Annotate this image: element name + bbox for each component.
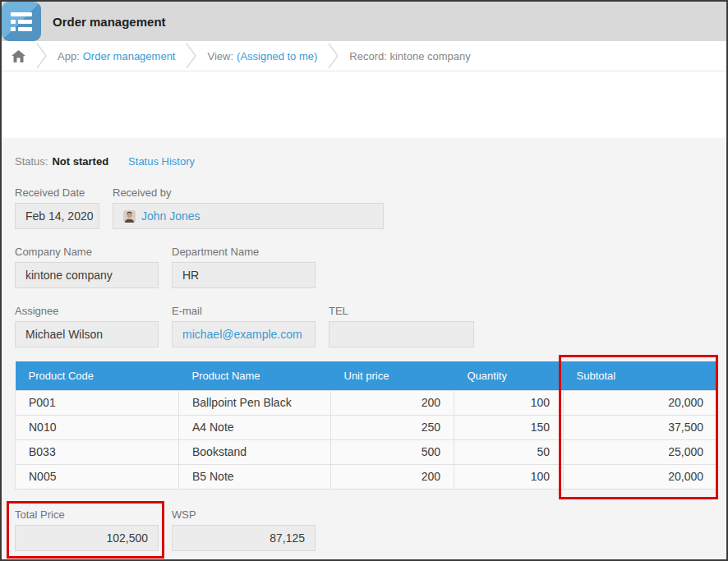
home-icon[interactable] — [12, 50, 25, 62]
column-header-subtotal: Subtotal — [564, 361, 717, 390]
total-price-value: 102,500 — [15, 525, 159, 551]
cell-quantity: 50 — [454, 439, 564, 464]
field-tel: TEL — [329, 305, 474, 347]
cell-unit-price: 200 — [331, 390, 454, 415]
field-label: Received Date — [15, 186, 99, 200]
cell-unit-price: 200 — [331, 464, 454, 489]
cell-product-code: N005 — [16, 464, 179, 489]
user-avatar — [123, 210, 136, 223]
chevron-separator-icon — [328, 43, 339, 69]
field-label: TEL — [329, 305, 474, 318]
field-email: E-mail michael@example.com — [172, 305, 316, 347]
chevron-separator-icon — [36, 43, 47, 69]
cell-unit-price: 500 — [331, 439, 454, 464]
field-label: Received by — [113, 186, 384, 200]
field-label: Assignee — [15, 305, 159, 318]
breadcrumb-view-prefix: View: — [207, 50, 233, 62]
field-label: Company Name — [15, 246, 159, 259]
toolbar-spacer — [2, 71, 726, 138]
breadcrumb-record: Record: kintone company — [349, 50, 470, 62]
field-row: Company Name kintone company Department … — [15, 246, 713, 288]
status-value: Not started — [52, 155, 108, 168]
field-company-name: Company Name kintone company — [15, 246, 159, 288]
field-department-name: Department Name HR — [172, 246, 316, 288]
cell-product-name: Bookstand — [179, 439, 331, 464]
received-by-user-link[interactable]: John Jones — [141, 204, 200, 228]
table-header-row: Product Code Product Name Unit price Qua… — [16, 361, 717, 390]
assignee-value: Michael Wilson — [15, 321, 159, 347]
field-row: Assignee Michael Wilson E-mail michael@e… — [15, 305, 713, 347]
breadcrumb-app-link[interactable]: Order management — [83, 50, 176, 62]
breadcrumb-app: App: Order management — [58, 50, 175, 62]
cell-product-name: B5 Note — [179, 464, 331, 489]
field-label: Total Price — [15, 508, 159, 522]
received-by-value: John Jones — [113, 203, 384, 229]
breadcrumb-view: View: (Assigned to me) — [207, 50, 317, 62]
cell-product-code: B033 — [16, 439, 179, 464]
field-received-by: Received by John Jones — [113, 186, 384, 229]
status-history-link[interactable]: Status History — [128, 155, 195, 168]
field-row: Received Date Feb 14, 2020 Received by J… — [15, 186, 713, 229]
cell-product-name: Ballpoint Pen Black — [179, 390, 331, 415]
company-name-value: kintone company — [15, 262, 159, 288]
table-row: N005 B5 Note 200 100 20,000 — [16, 464, 717, 489]
field-label: WSP — [172, 508, 316, 522]
app-icon-bar — [18, 20, 32, 24]
field-wsp: WSP 87,125 — [172, 508, 316, 551]
cell-subtotal: 20,000 — [564, 390, 717, 415]
status-row: Status: Not started Status History — [15, 138, 713, 168]
breadcrumb: App: Order management View: (Assigned to… — [2, 41, 726, 71]
app-icon-bar — [11, 12, 32, 16]
table-row: N010 A4 Note 250 150 37,500 — [16, 415, 717, 439]
wsp-value: 87,125 — [172, 525, 316, 551]
cell-product-name: A4 Note — [179, 415, 331, 439]
cell-unit-price: 250 — [331, 415, 454, 439]
cell-product-code: N010 — [16, 415, 179, 439]
tel-value — [329, 321, 474, 347]
cell-subtotal: 25,000 — [564, 439, 717, 464]
cell-product-code: P001 — [16, 390, 179, 415]
field-row-totals: Total Price 102,500 WSP 87,125 — [15, 508, 713, 551]
email-value: michael@example.com — [172, 321, 316, 347]
products-table: Product Code Product Name Unit price Qua… — [15, 361, 717, 490]
app-icon-bar — [18, 27, 32, 31]
app-header: Order management — [2, 2, 726, 41]
status-label: Status: — [15, 155, 48, 168]
column-header-quantity: Quantity — [454, 361, 564, 390]
field-received-date: Received Date Feb 14, 2020 — [15, 186, 99, 229]
table-row: B033 Bookstand 500 50 25,000 — [16, 439, 717, 464]
app-icon-bullet — [11, 20, 16, 24]
page-title: Order management — [53, 15, 166, 29]
breadcrumb-view-link[interactable]: (Assigned to me) — [237, 50, 317, 62]
field-label: E-mail — [172, 305, 316, 318]
column-header-product-name: Product Name — [179, 361, 331, 390]
app-window: Order management App: Order management V… — [0, 0, 728, 561]
table-row: P001 Ballpoint Pen Black 200 100 20,000 — [16, 390, 717, 415]
received-date-value: Feb 14, 2020 — [15, 203, 99, 229]
department-name-value: HR — [172, 262, 316, 288]
app-icon[interactable] — [2, 2, 41, 41]
cell-subtotal: 20,000 — [564, 464, 717, 489]
field-total-price: Total Price 102,500 — [15, 508, 159, 551]
breadcrumb-app-prefix: App: — [58, 50, 80, 62]
cell-quantity: 100 — [454, 464, 564, 489]
field-assignee: Assignee Michael Wilson — [15, 305, 159, 347]
email-link[interactable]: michael@example.com — [182, 328, 302, 341]
cell-quantity: 150 — [454, 415, 564, 439]
field-label: Department Name — [172, 246, 316, 259]
cell-quantity: 100 — [454, 390, 564, 415]
record-detail: Status: Not started Status History Recei… — [2, 138, 726, 561]
app-icon-bullet — [11, 27, 16, 31]
column-header-product-code: Product Code — [16, 361, 179, 390]
chevron-separator-icon — [186, 43, 196, 69]
cell-subtotal: 37,500 — [564, 415, 717, 439]
column-header-unit-price: Unit price — [331, 361, 454, 390]
